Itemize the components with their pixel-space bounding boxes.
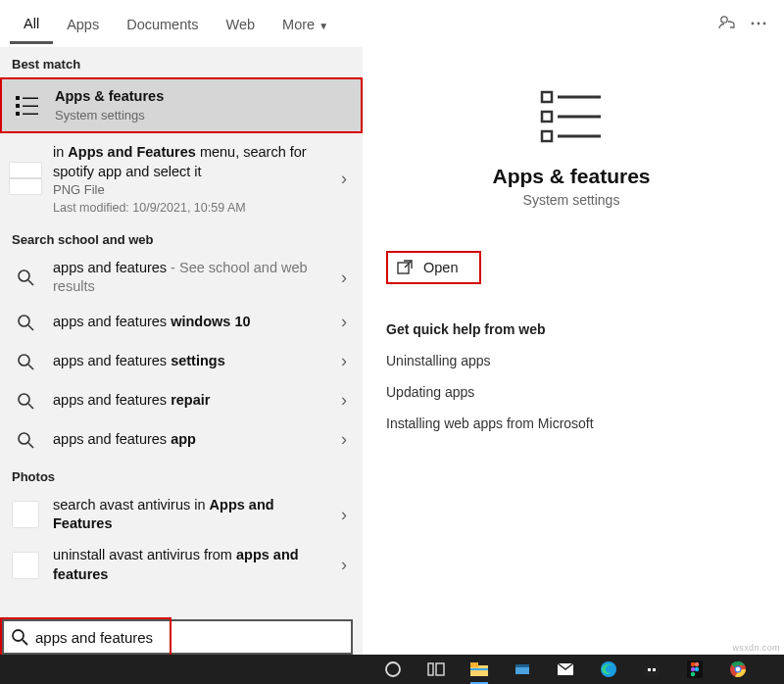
tab-web[interactable]: Web <box>213 5 270 42</box>
chevron-right-icon[interactable]: › <box>335 555 353 575</box>
taskbar-figma-icon[interactable] <box>684 659 706 680</box>
svg-point-28 <box>13 630 24 641</box>
filter-tabs: All Apps Documents Web More▼ <box>0 0 784 47</box>
section-photos: Photos <box>0 460 363 490</box>
svg-line-11 <box>28 280 33 285</box>
svg-point-1 <box>752 23 755 25</box>
web-result-3[interactable]: apps and features repair › <box>0 381 363 420</box>
svg-point-2 <box>758 23 760 25</box>
photo-result-0[interactable]: search avast antivirus in Apps and Featu… <box>0 490 363 540</box>
svg-point-44 <box>691 662 695 666</box>
best-match-title: Apps & features <box>55 88 164 104</box>
svg-point-16 <box>19 394 29 405</box>
search-field[interactable] <box>2 619 353 655</box>
svg-point-10 <box>19 270 29 281</box>
preview-subtitle: System settings <box>523 192 620 208</box>
svg-point-14 <box>19 355 29 366</box>
svg-rect-32 <box>436 663 444 675</box>
svg-rect-22 <box>542 112 552 122</box>
svg-rect-24 <box>542 131 552 141</box>
svg-point-0 <box>721 17 727 23</box>
taskbar-chrome-icon[interactable] <box>727 659 749 680</box>
taskbar-app-1-icon[interactable] <box>512 659 533 680</box>
image-file-icon <box>8 501 43 528</box>
svg-rect-35 <box>470 668 488 670</box>
document-title: in Apps and Features menu, search for sp… <box>53 143 335 181</box>
open-button[interactable]: Open <box>386 251 481 284</box>
best-match-result[interactable]: Apps & features System settings <box>0 77 363 133</box>
svg-point-45 <box>695 662 699 666</box>
more-options-icon[interactable] <box>743 8 774 39</box>
search-icon <box>8 426 43 454</box>
svg-rect-37 <box>515 664 529 667</box>
search-icon <box>8 348 43 375</box>
svg-point-46 <box>691 667 695 671</box>
help-link-1[interactable]: Updating apps <box>386 384 757 400</box>
web-result-2[interactable]: apps and features settings › <box>0 342 363 381</box>
tab-all[interactable]: All <box>10 4 53 44</box>
svg-rect-6 <box>16 104 20 108</box>
search-input[interactable] <box>35 629 351 646</box>
taskbar-store-icon[interactable] <box>641 659 662 680</box>
document-filetype: PNG File <box>53 181 335 199</box>
svg-line-29 <box>23 640 27 645</box>
section-search-web: Search school and web <box>0 222 363 253</box>
svg-line-17 <box>28 404 33 409</box>
taskbar-cortana-icon[interactable] <box>382 659 404 680</box>
taskbar-explorer-icon[interactable] <box>468 659 490 680</box>
search-icon <box>4 628 35 646</box>
taskbar-mail-icon[interactable] <box>555 659 576 680</box>
chevron-right-icon[interactable]: › <box>335 351 353 371</box>
apps-features-icon <box>10 88 45 123</box>
help-link-2[interactable]: Installing web apps from Microsoft <box>386 415 757 431</box>
photo-result-label: uninstall avast antivirus from apps and … <box>53 546 335 584</box>
search-row <box>0 619 363 655</box>
web-result-4[interactable]: apps and features app › <box>0 420 363 460</box>
svg-line-19 <box>28 443 33 448</box>
search-icon <box>8 264 43 291</box>
chevron-right-icon[interactable]: › <box>335 312 353 332</box>
svg-rect-7 <box>23 105 38 107</box>
taskbar-taskview-icon[interactable] <box>425 659 447 680</box>
svg-rect-31 <box>428 663 433 675</box>
chevron-right-icon[interactable]: › <box>335 505 353 525</box>
svg-rect-26 <box>398 263 409 273</box>
web-result-label: apps and features - See school and web r… <box>53 259 335 297</box>
tab-apps[interactable]: Apps <box>53 5 113 42</box>
web-result-label: apps and features app <box>53 430 335 450</box>
preview-panel: Apps & features System settings Open Get… <box>363 47 784 684</box>
chevron-right-icon[interactable]: › <box>335 429 353 450</box>
chevron-right-icon[interactable]: › <box>335 169 353 189</box>
watermark: wsxdn.com <box>732 643 780 653</box>
help-link-0[interactable]: Uninstalling apps <box>386 353 757 368</box>
svg-rect-5 <box>23 97 38 99</box>
svg-rect-42 <box>653 668 656 671</box>
svg-rect-21 <box>558 96 601 99</box>
png-file-icon <box>8 161 43 196</box>
photo-result-1[interactable]: uninstall avast antivirus from apps and … <box>0 540 363 590</box>
document-result[interactable]: in Apps and Features menu, search for sp… <box>0 135 363 222</box>
svg-point-12 <box>19 316 29 326</box>
svg-rect-41 <box>648 668 651 671</box>
svg-rect-4 <box>16 96 20 100</box>
web-result-1[interactable]: apps and features windows 10 › <box>0 303 363 342</box>
web-result-label: apps and features repair <box>53 391 335 411</box>
section-best-match: Best match <box>0 47 363 77</box>
photo-result-label: search avast antivirus in Apps and Featu… <box>53 496 335 534</box>
svg-rect-40 <box>645 666 659 676</box>
svg-point-18 <box>19 433 29 444</box>
chevron-right-icon[interactable]: › <box>335 268 353 288</box>
web-result-0[interactable]: apps and features - See school and web r… <box>0 253 363 303</box>
svg-rect-9 <box>23 113 38 115</box>
chevron-right-icon[interactable]: › <box>335 390 353 411</box>
tab-documents[interactable]: Documents <box>113 5 212 42</box>
svg-point-51 <box>736 667 741 672</box>
taskbar <box>0 655 784 684</box>
feedback-icon[interactable] <box>711 8 743 39</box>
preview-title: Apps & features <box>492 165 650 188</box>
svg-rect-34 <box>470 662 478 667</box>
taskbar-edge-icon[interactable] <box>598 659 619 680</box>
tab-more[interactable]: More▼ <box>269 5 342 42</box>
image-file-icon <box>8 552 43 579</box>
svg-point-48 <box>691 672 695 676</box>
